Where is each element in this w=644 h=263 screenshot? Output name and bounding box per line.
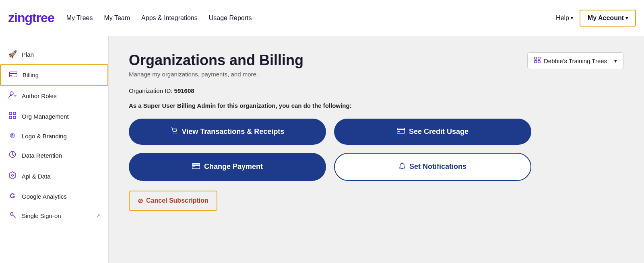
help-button[interactable]: Help ▾ [556,14,573,22]
svg-rect-20 [398,131,400,132]
sidebar-item-plan-label: Plan [22,51,34,58]
help-chevron-icon: ▾ [571,15,573,21]
sidebar-item-author-roles[interactable]: Author Roles [0,86,108,106]
nav-my-team[interactable]: My Team [104,14,130,22]
sidebar-item-single-sign-on-label: Single Sign-on [22,212,61,219]
sidebar-item-billing-label: Billing [23,72,39,78]
google-analytics-icon: G [8,193,17,200]
change-payment-button[interactable]: Change Payment [129,153,326,181]
view-transactions-button[interactable]: View Transactions & Receipts [129,119,326,145]
svg-rect-14 [535,61,537,63]
svg-rect-18 [397,128,405,134]
sidebar-item-data-retention-label: Data Retention [22,152,62,159]
logo: zingtree [8,10,54,25]
bell-icon [399,162,405,171]
svg-point-3 [10,92,13,95]
main-nav: My Trees My Team Apps & Integrations Usa… [66,14,252,22]
svg-rect-11 [12,214,13,214]
org-management-icon [8,112,17,121]
author-roles-icon [8,91,17,101]
svg-rect-23 [193,166,195,167]
page-title: Organizations and Billing [129,52,303,68]
admin-description: As a Super User Billing Admin for this o… [129,102,624,109]
header: zingtree My Trees My Team Apps & Integra… [0,0,644,36]
page-header: Organizations and Billing Manage my orga… [129,52,624,78]
sidebar-item-single-sign-on[interactable]: Single Sign-on ↗ [0,205,108,226]
svg-rect-21 [192,163,200,168]
org-selector[interactable]: Debbie's Training Trees ▾ [527,52,624,69]
sidebar-item-org-management-label: Org Management [22,113,69,120]
page-title-group: Organizations and Billing Manage my orga… [129,52,303,78]
cancel-subscription-label: Cancel Subscription [146,197,208,204]
change-payment-label: Change Payment [204,162,263,171]
org-id-line: Organization ID: 591608 [129,87,624,94]
sidebar-item-google-analytics[interactable]: G Google Analytics [0,187,108,205]
nav-my-trees[interactable]: My Trees [66,14,93,22]
svg-rect-13 [538,57,540,59]
sidebar-item-api-data[interactable]: Api & Data [0,166,108,187]
api-data-icon [8,171,17,181]
svg-rect-1 [9,73,17,74]
cancel-subscription-button[interactable]: ⊘ Cancel Subscription [129,191,217,211]
org-selector-icon [534,57,541,65]
svg-rect-2 [10,75,12,76]
credit-card-icon [397,128,405,135]
external-link-icon: ↗ [96,213,100,219]
single-sign-on-icon [8,211,17,220]
set-notifications-button[interactable]: Set Notifications [334,153,531,181]
sidebar: 🚀 Plan Billing Author Roles [0,36,109,263]
sidebar-item-logo-branding[interactable]: ® Logo & Branding [0,127,108,145]
svg-rect-4 [9,112,12,115]
set-notifications-label: Set Notifications [409,162,466,171]
svg-rect-22 [192,164,200,166]
svg-rect-7 [13,116,16,119]
page-subtitle: Manage my organizations, payments, and m… [129,71,303,78]
cancel-icon: ⊘ [138,197,143,205]
main-content: Organizations and Billing Manage my orga… [109,36,644,263]
nav-apps-integrations[interactable]: Apps & Integrations [141,14,198,22]
svg-point-9 [12,175,14,177]
see-credit-usage-button[interactable]: See Credit Usage [334,119,531,145]
my-account-chevron-icon: ▾ [625,15,628,21]
sidebar-item-org-management[interactable]: Org Management [0,106,108,127]
billing-icon [9,71,18,79]
sidebar-item-data-retention[interactable]: Data Retention [0,145,108,166]
org-selector-label: Debbie's Training Trees [544,58,607,64]
plan-icon: 🚀 [8,50,17,59]
svg-rect-6 [9,116,12,119]
payment-card-icon [192,163,200,171]
org-id-value: 591608 [174,87,194,94]
svg-rect-19 [397,129,405,130]
svg-point-16 [173,133,174,134]
page-layout: 🚀 Plan Billing Author Roles [0,36,644,263]
my-account-button[interactable]: My Account ▾ [580,10,636,27]
logo-branding-icon: ® [8,132,17,140]
sidebar-item-plan[interactable]: 🚀 Plan [0,44,108,64]
actions-grid: View Transactions & Receipts See Credit … [129,119,531,211]
see-credit-usage-label: See Credit Usage [409,127,469,136]
svg-rect-15 [538,61,540,63]
nav-usage-reports[interactable]: Usage Reports [209,14,252,22]
view-transactions-label: View Transactions & Receipts [182,127,285,136]
org-selector-chevron-icon: ▾ [614,58,617,64]
svg-rect-5 [13,112,16,115]
sidebar-item-author-roles-label: Author Roles [22,92,57,99]
svg-rect-0 [10,72,17,77]
sidebar-item-billing[interactable]: Billing [0,64,108,86]
header-right: Help ▾ My Account ▾ [556,10,636,27]
svg-point-17 [175,133,176,134]
sidebar-item-logo-branding-label: Logo & Branding [22,133,67,140]
sidebar-item-google-analytics-label: Google Analytics [22,193,67,200]
data-retention-icon [8,151,17,160]
sidebar-item-api-data-label: Api & Data [22,173,51,180]
svg-rect-12 [535,57,537,59]
cart-icon [171,127,178,136]
